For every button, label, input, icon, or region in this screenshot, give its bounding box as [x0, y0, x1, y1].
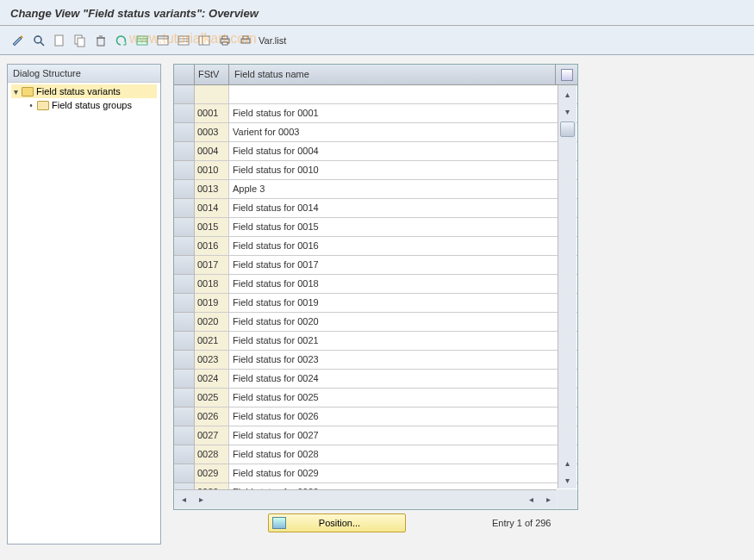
details-icon[interactable] [29, 31, 48, 50]
copy-icon[interactable] [71, 31, 90, 50]
cell-fstv[interactable]: 0003 [195, 123, 229, 142]
delete-icon[interactable] [91, 31, 110, 50]
cell-fstv[interactable]: 0021 [195, 332, 229, 351]
cell-name[interactable]: Field status for 0018 [229, 275, 577, 294]
row-selector[interactable] [174, 199, 195, 218]
cell-name[interactable]: Field status for 0024 [229, 370, 577, 389]
row-selector[interactable] [174, 370, 195, 389]
cell-fstv[interactable]: 0026 [195, 408, 229, 426]
cell-name[interactable]: Field status for 0016 [229, 237, 577, 256]
table-row[interactable]: 0013Apple 3 [174, 180, 577, 199]
table-row[interactable]: 0010Field status for 0010 [174, 161, 577, 180]
cell-name[interactable]: Field status for 0028 [229, 445, 577, 464]
scroll-down-icon[interactable]: ▴ [558, 454, 576, 471]
row-selector[interactable] [174, 351, 195, 370]
horizontal-scrollbar[interactable]: ◂ ▸ ◂ ▸ [175, 489, 557, 508]
deselect-all-icon[interactable] [174, 31, 193, 50]
new-entries-icon[interactable] [50, 31, 69, 50]
cell-fstv[interactable]: 0001 [195, 104, 229, 123]
row-selector[interactable] [174, 237, 195, 256]
table-row[interactable]: 0026Field status for 0026 [174, 408, 577, 426]
cell-fstv[interactable]: 0025 [195, 389, 229, 408]
row-selector[interactable] [174, 294, 195, 313]
cell-fstv[interactable]: 0023 [195, 351, 229, 370]
row-selector[interactable] [174, 180, 195, 199]
print-icon[interactable] [215, 31, 234, 50]
tree-item-field-status-groups[interactable]: • Field status groups [27, 98, 157, 112]
table-row[interactable]: 0020Field status for 0020 [174, 313, 577, 332]
table-row[interactable]: 0019Field status for 0019 [174, 294, 577, 313]
cell-name[interactable]: Field status for 0029 [229, 464, 577, 483]
scroll-right-icon[interactable]: ◂ [522, 491, 539, 508]
cell-fstv[interactable]: 0019 [195, 294, 229, 313]
table-row[interactable]: 0003Varient for 0003 [174, 123, 577, 142]
tree-collapse-icon[interactable]: ▾ [11, 87, 20, 96]
row-selector[interactable] [174, 104, 195, 123]
column-selector[interactable] [174, 65, 195, 84]
row-selector[interactable] [174, 142, 195, 161]
varlist-label[interactable]: Var.list [259, 35, 286, 46]
cell-fstv[interactable]: 0013 [195, 180, 229, 199]
cell-fstv[interactable] [195, 85, 229, 104]
cell-name[interactable]: Apple 3 [229, 180, 577, 199]
cell-name[interactable]: Field status for 0015 [229, 218, 577, 237]
table-row[interactable]: 0017Field status for 0017 [174, 256, 577, 275]
cell-name[interactable]: Field status for 0014 [229, 199, 577, 218]
table-row[interactable]: 0024Field status for 0024 [174, 370, 577, 389]
cell-name[interactable]: Field status for 0019 [229, 294, 577, 313]
row-selector[interactable] [174, 408, 195, 426]
table-row[interactable]: 0018Field status for 0018 [174, 275, 577, 294]
cell-fstv[interactable]: 0018 [195, 275, 229, 294]
cell-fstv[interactable]: 0028 [195, 445, 229, 464]
cell-name[interactable]: Field status for 0017 [229, 256, 577, 275]
vertical-scrollbar[interactable]: ▴ ▾ ▴ ▾ [558, 85, 576, 488]
row-selector[interactable] [174, 313, 195, 332]
table-row[interactable]: 0004Field status for 0004 [174, 142, 577, 161]
configure-icon[interactable] [195, 31, 214, 50]
table-row[interactable]: 0028Field status for 0028 [174, 445, 577, 464]
scroll-last-icon[interactable]: ▾ [558, 471, 576, 488]
toggle-display-change-icon[interactable] [9, 31, 28, 50]
table-row[interactable]: 0025Field status for 0025 [174, 389, 577, 408]
table-row[interactable]: 0023Field status for 0023 [174, 351, 577, 370]
select-all-icon[interactable] [133, 31, 152, 50]
table-row[interactable]: 0021Field status for 0021 [174, 332, 577, 351]
cell-name[interactable]: Field status for 0023 [229, 351, 577, 370]
row-selector[interactable] [174, 218, 195, 237]
table-row[interactable]: 0001Field status for 0001 [174, 104, 577, 123]
cell-name[interactable]: Field status for 0020 [229, 313, 577, 332]
scroll-left-first-icon[interactable]: ◂ [175, 491, 192, 508]
scroll-left-icon[interactable]: ▸ [192, 491, 209, 508]
cell-name[interactable]: Field status for 0004 [229, 142, 577, 161]
scroll-up-icon[interactable]: ▾ [558, 103, 576, 120]
column-field-status-name[interactable]: Field status name [229, 65, 555, 84]
cell-name[interactable]: Field status for 0001 [229, 104, 577, 123]
cell-name[interactable]: Field status for 0010 [229, 161, 577, 180]
row-selector[interactable] [174, 256, 195, 275]
cell-name[interactable]: Field status for 0026 [229, 408, 577, 426]
column-fstv[interactable]: FStV [195, 65, 229, 84]
cell-name[interactable]: Field status for 0027 [229, 426, 577, 445]
row-selector[interactable] [174, 426, 195, 445]
row-selector[interactable] [174, 85, 195, 104]
cell-fstv[interactable]: 0017 [195, 256, 229, 275]
cell-fstv[interactable]: 0029 [195, 464, 229, 483]
cell-fstv[interactable]: 0015 [195, 218, 229, 237]
scroll-thumb[interactable] [560, 121, 575, 137]
cell-fstv[interactable]: 0027 [195, 426, 229, 445]
cell-name[interactable] [229, 85, 577, 104]
table-row[interactable]: 0014Field status for 0014 [174, 199, 577, 218]
row-selector[interactable] [174, 445, 195, 464]
varlist-icon[interactable] [236, 31, 255, 50]
cell-fstv[interactable]: 0004 [195, 142, 229, 161]
row-selector[interactable] [174, 161, 195, 180]
cell-fstv[interactable]: 0010 [195, 161, 229, 180]
cell-name[interactable]: Field status for 0025 [229, 389, 577, 408]
table-row[interactable]: 0016Field status for 0016 [174, 237, 577, 256]
row-selector[interactable] [174, 275, 195, 294]
cell-fstv[interactable]: 0014 [195, 199, 229, 218]
table-row[interactable]: 0029Field status for 0029 [174, 464, 577, 483]
scroll-first-icon[interactable]: ▴ [558, 85, 576, 103]
table-settings-button[interactable] [555, 65, 577, 84]
tree-item-field-status-variants[interactable]: ▾ Field status variants [11, 84, 157, 98]
